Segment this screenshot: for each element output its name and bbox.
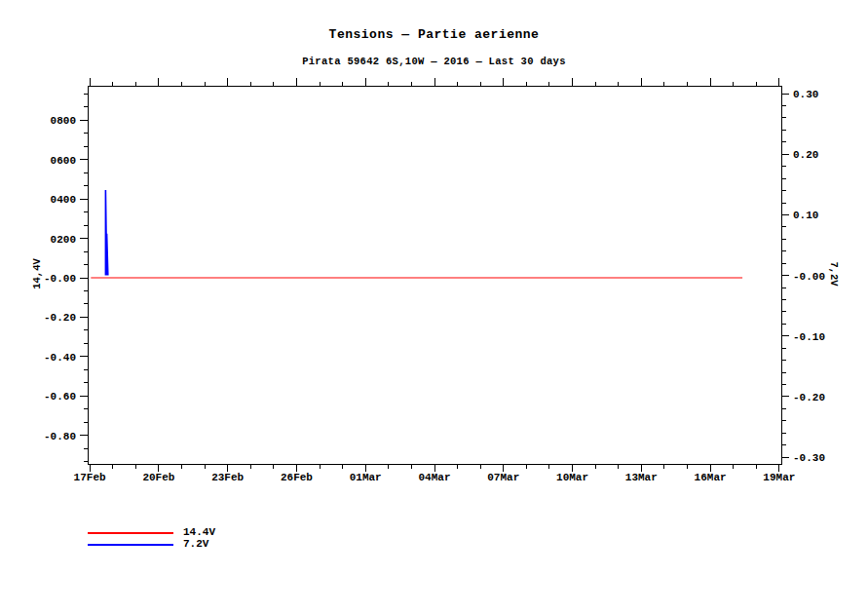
x-tick-label: 19Mar	[763, 472, 795, 483]
legend-item: 7.2V	[88, 539, 215, 550]
x-tick-label: 17Feb	[74, 472, 106, 483]
legend-label-14-4v: 14.4V	[183, 527, 215, 538]
y-tick-label: 0800	[51, 115, 76, 127]
y-tick-label: -0.00	[793, 271, 825, 283]
plot-area: 17Feb20Feb23Feb26Feb01Mar04Mar07Mar10Mar…	[0, 0, 868, 507]
chart-canvas: Tensions — Partie aerienne Pirata 59642 …	[0, 0, 868, 614]
left-axis-title: 14,4V	[31, 258, 43, 289]
x-tick-label: 13Mar	[625, 472, 658, 483]
y-tick-label: 0400	[51, 194, 76, 206]
legend-line-red-icon	[88, 532, 173, 534]
x-tick-label: 01Mar	[350, 472, 382, 483]
plot-frame	[88, 86, 781, 464]
x-tick-label: 23Feb	[211, 472, 244, 483]
x-tick-label: 20Feb	[142, 472, 174, 483]
y-axis-right: 0.300.200.10-0.00-0.10-0.20-0.30	[781, 89, 825, 464]
legend-line-blue-icon	[88, 544, 173, 546]
y-tick-label: 0200	[51, 234, 76, 246]
y-tick-label: 0.10	[793, 210, 818, 221]
y-axis-left: 0800060004000200-0.00-0.20-0.40-0.60-0.8…	[44, 94, 88, 461]
legend: 14.4V 7.2V	[88, 527, 215, 551]
y-tick-label: -0.10	[793, 331, 825, 343]
y-tick-label: -0.80	[44, 431, 76, 442]
series-7-2V	[105, 190, 107, 276]
x-axis: 17Feb20Feb23Feb26Feb01Mar04Mar07Mar10Mar…	[74, 78, 796, 483]
x-tick-label: 16Mar	[695, 472, 727, 483]
y-tick-label: 0.20	[793, 149, 818, 161]
y-tick-label: 0.30	[793, 89, 818, 100]
y-tick-label: -0.20	[44, 312, 76, 324]
y-tick-label: -0.30	[793, 452, 825, 464]
y-tick-label: -0.20	[793, 392, 825, 403]
y-tick-label: 0600	[51, 155, 76, 167]
y-tick-label: -0.00	[44, 273, 76, 285]
y-tick-label: -0.60	[44, 391, 76, 403]
x-tick-label: 07Mar	[487, 472, 519, 483]
right-axis-title: 7,2V	[828, 261, 840, 286]
y-tick-label: -0.40	[44, 352, 76, 364]
x-tick-label: 10Mar	[556, 472, 588, 483]
legend-label-7-2v: 7.2V	[183, 539, 208, 550]
x-tick-label: 26Feb	[281, 472, 313, 483]
x-tick-label: 04Mar	[418, 472, 450, 483]
legend-item: 14.4V	[88, 527, 215, 538]
